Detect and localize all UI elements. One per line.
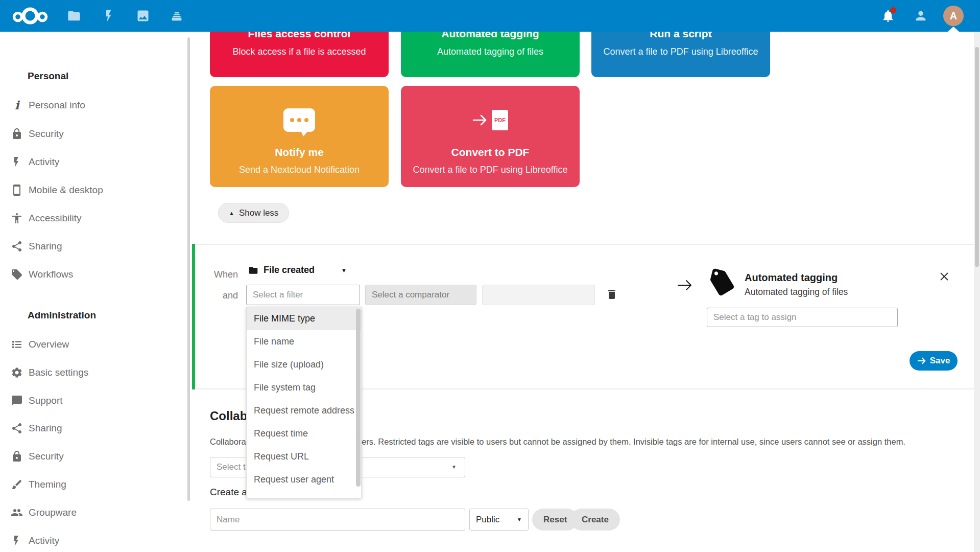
then-arrow-icon [676,277,694,294]
sidebar-item-basic-settings[interactable]: Basic settings [0,361,190,384]
filter-dropdown-menu: File MIME type File name File size (uplo… [246,307,362,498]
tag-visibility-select[interactable]: Public ▼ [469,509,529,531]
sidebar-item-workflows-personal[interactable]: Workflows [0,263,190,286]
card-subtitle: Convert a file to PDF using Libreoffice [401,165,580,175]
sidebar-item-mobile-desktop[interactable]: Mobile & desktop [0,179,190,201]
tag-to-assign-input[interactable] [707,308,898,327]
caret-down-icon: ▼ [517,517,522,522]
caret-up-icon: ▲ [229,210,234,216]
brush-icon [11,478,23,491]
nextcloud-logo[interactable] [11,4,49,30]
delete-filter-trash-icon[interactable] [606,288,618,301]
show-less-button[interactable]: ▲ Show less [218,203,289,223]
card-subtitle: Automated tagging of files [401,47,580,57]
avatar-menu-pointer [948,27,959,32]
settings-sidebar: Personal i Personal info Security Activi… [0,32,190,552]
card-subtitle: Send a Nextcloud Notification [210,165,389,175]
sidebar-item-security-admin[interactable]: Security [0,445,190,468]
action-title: Automated tagging [745,272,838,284]
sidebar-item-support[interactable]: Support [0,389,190,412]
contacts-icon[interactable] [914,9,928,23]
sidebar-heading-administration: Administration [28,310,96,321]
sidebar-item-theming[interactable]: Theming [0,473,190,496]
dropdown-item-request-url[interactable]: Request URL [247,445,361,468]
notification-dot [890,7,896,13]
share-icon [11,240,23,252]
sidebar-item-activity-personal[interactable]: Activity [0,151,190,173]
comparator-select-input[interactable] [365,285,476,305]
close-rule-icon[interactable] [939,271,950,282]
event-value: File created [264,265,315,275]
lock-icon [11,450,23,463]
info-icon: i [11,99,23,111]
accessibility-icon [11,212,23,224]
notifications-bell-icon[interactable] [881,9,895,23]
card-convert-to-pdf[interactable]: PDF Convert to PDF Convert a file to PDF… [401,86,580,187]
photos-app-icon[interactable] [136,9,150,23]
save-arrow-icon [917,356,926,365]
dropdown-item-file-mime-type[interactable]: File MIME type [247,307,361,330]
card-notify-me[interactable]: Notify me Send a Nextcloud Notification [210,86,389,187]
arrow-to-pdf-icon: PDF [401,104,580,136]
sidebar-item-activity-admin[interactable]: Activity [0,530,190,552]
top-header-bar: A [0,0,980,32]
sidebar-item-personal-info[interactable]: i Personal info [0,94,190,117]
bolt-icon [11,156,23,168]
files-app-icon[interactable] [67,9,81,23]
folder-icon [248,265,258,275]
dropdown-item-request-remote-address[interactable]: Request remote address [247,399,361,422]
sidebar-item-sharing-admin[interactable]: Sharing [0,417,190,440]
dropdown-item-file-name[interactable]: File name [247,330,361,353]
and-label: and [207,290,238,301]
chat-bubble-icon [11,395,23,407]
deck-app-icon[interactable] [170,9,184,23]
bolt-icon [11,535,23,547]
list-icon [11,338,23,351]
user-avatar[interactable]: A [943,6,964,26]
dropdown-item-file-system-tag[interactable]: File system tag [247,376,361,399]
sidebar-scrollbar[interactable] [187,37,190,501]
sidebar-item-overview[interactable]: Overview [0,333,190,356]
gear-icon [11,366,23,379]
filter-value-input[interactable] [482,285,595,305]
event-select[interactable]: File created ▼ [248,265,347,275]
share-icon [11,422,23,434]
card-subtitle: Convert a file to PDF using Libreoffice [591,47,770,57]
when-label: When [207,269,238,280]
caret-down-icon: ▼ [341,267,347,273]
sidebar-item-accessibility[interactable]: Accessibility [0,207,190,229]
sidebar-item-sharing-personal[interactable]: Sharing [0,235,190,258]
people-icon [11,507,23,519]
sidebar-item-security-personal[interactable]: Security [0,123,190,145]
phone-icon [11,184,23,196]
sidebar-heading-personal: Personal [28,71,68,82]
tag-name-input[interactable] [210,509,465,531]
settings-page: A Personal i Personal info Security Acti… [0,0,980,552]
dropdown-item-request-user-agent[interactable]: Request user agent [247,468,361,491]
activity-app-icon[interactable] [102,9,116,23]
caret-down-icon: ▼ [451,464,457,470]
save-button[interactable]: Save [910,351,958,371]
lock-icon [11,128,23,140]
create-button[interactable]: Create [570,509,620,531]
tag-icon [11,268,23,281]
dropdown-scrollbar[interactable] [356,309,361,487]
dropdown-item-request-time[interactable]: Request time [247,422,361,445]
avatar-letter: A [950,10,957,22]
speech-bubble-icon [210,104,389,136]
active-rule-bar [192,244,195,389]
card-subtitle: Block access if a file is accessed [210,47,389,57]
sidebar-item-groupware[interactable]: Groupware [0,501,190,524]
page-scrollbar-thumb[interactable] [975,47,979,267]
card-title: Convert to PDF [401,146,580,158]
card-title: Notify me [210,146,389,158]
filter-select-input[interactable] [246,285,360,305]
dropdown-item-file-size[interactable]: File size (upload) [247,353,361,376]
action-subtitle: Automated tagging of files [745,287,848,297]
